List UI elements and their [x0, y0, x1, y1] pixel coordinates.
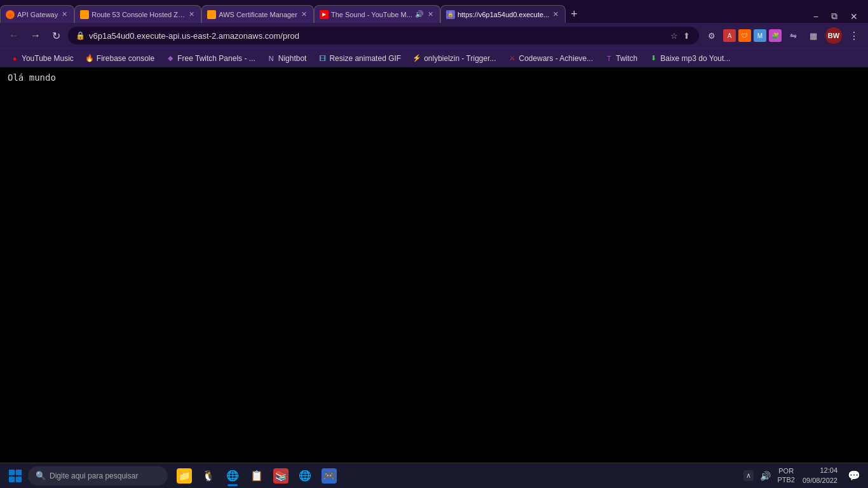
- minimize-button[interactable]: −: [808, 10, 824, 23]
- bookmark-twitch-panels[interactable]: ◆ Free Twitch Panels - ...: [161, 53, 261, 64]
- language-indicator[interactable]: POR PTB2: [777, 467, 795, 484]
- menu-button[interactable]: ⋮: [845, 27, 863, 44]
- profile-avatar: BW: [825, 27, 842, 44]
- search-placeholder: Digite aqui para pesquisar: [50, 471, 138, 480]
- bookmark-label-twitch: Twitch: [616, 54, 637, 63]
- taskbar-app-file-explorer[interactable]: 📁: [173, 464, 196, 487]
- bookmark-baixe-mp3[interactable]: ⬇ Baixe mp3 do Yout...: [644, 53, 735, 64]
- taskbar-apps: 📁 🐧 🌐 📋 📚 🌐 🎮: [173, 464, 341, 487]
- app5-icon: 📚: [273, 468, 288, 484]
- baixe-mp3-favicon: ⬇: [649, 54, 658, 63]
- profile-button[interactable]: BW: [825, 27, 843, 44]
- start-sq2: [16, 470, 22, 475]
- tab-title-youtube-sound: The Sound - YouTube M...: [331, 11, 412, 18]
- taskbar-app-chrome2[interactable]: 🌐: [294, 464, 316, 487]
- tab-favicon-api-gateway: [6, 10, 15, 19]
- url-bar[interactable]: 🔒 v6p1a54ud0.execute-api.us-east-2.amazo…: [68, 27, 699, 44]
- tab-favicon-active: 🔒: [446, 10, 455, 19]
- volume-icon[interactable]: 🔊: [759, 470, 772, 482]
- hidden-icons-button[interactable]: ∧: [743, 470, 754, 481]
- bookmark-label-codewars: Codewars - Achieve...: [519, 54, 593, 63]
- taskbar-app-5[interactable]: 📚: [269, 464, 292, 487]
- bookmark-url-button[interactable]: ☆: [669, 30, 679, 42]
- clock-date: 09/08/2022: [803, 476, 837, 485]
- tab-api-gateway[interactable]: API Gateway ✕: [0, 5, 74, 23]
- close-button[interactable]: ✕: [845, 10, 863, 23]
- main-content: Olá mundo: [0, 67, 868, 463]
- sidebar-button[interactable]: ▦: [804, 27, 822, 44]
- new-tab-button[interactable]: +: [566, 5, 583, 23]
- taskbar-search[interactable]: 🔍 Digite aqui para pesquisar: [28, 466, 168, 485]
- tab-route53[interactable]: Route 53 Console Hosted Zo... ✕: [74, 5, 201, 23]
- tab-bar: API Gateway ✕ Route 53 Console Hosted Zo…: [0, 0, 868, 23]
- codewars-favicon: ⚔: [508, 54, 517, 63]
- ext-icon-2[interactable]: 🛡: [738, 29, 751, 42]
- taskbar-app-4[interactable]: 📋: [245, 464, 268, 487]
- bookmark-label-resize-gif: Resize animated GIF: [329, 54, 401, 63]
- browser-window: API Gateway ✕ Route 53 Console Hosted Zo…: [0, 0, 868, 463]
- page-text: Olá mundo: [8, 72, 56, 83]
- share-button[interactable]: ⬆: [682, 30, 691, 42]
- taskbar-app-7[interactable]: 🎮: [318, 464, 341, 487]
- bookmark-nightbot[interactable]: N Nightbot: [262, 53, 312, 64]
- bookmark-resize-gif[interactable]: 🎞 Resize animated GIF: [313, 53, 406, 64]
- clock[interactable]: 12:04 09/08/2022: [800, 466, 840, 485]
- tab-close-active[interactable]: ✕: [552, 10, 560, 19]
- tab-favicon-route53: [80, 10, 89, 19]
- resize-gif-favicon: 🎞: [318, 54, 327, 63]
- bookmark-youtube-music[interactable]: ● YouTube Music: [5, 53, 79, 64]
- clock-time: 12:04: [803, 466, 837, 475]
- tab-youtube-sound[interactable]: ▶ The Sound - YouTube M... 🔊 ✕: [314, 5, 440, 23]
- extensions-button[interactable]: ⚙: [703, 27, 721, 44]
- bookmarks-bar: ● YouTube Music 🔥 Firebase console ◆ Fre…: [0, 48, 868, 67]
- tab-close-api-gateway[interactable]: ✕: [60, 10, 69, 19]
- reload-button[interactable]: ↻: [48, 27, 64, 44]
- restore-button[interactable]: ⧉: [826, 10, 843, 23]
- tab-title-aws-cert: AWS Certificate Manager: [219, 11, 297, 18]
- onlybielzin-favicon: ⚡: [412, 54, 421, 63]
- bookmark-codewars[interactable]: ⚔ Codewars - Achieve...: [503, 53, 599, 64]
- tab-favicon-youtube-sound: ▶: [320, 10, 329, 19]
- ext-icon-3[interactable]: M: [754, 29, 766, 42]
- tab-title-active: https://v6p1a54ud0.execute...: [458, 11, 549, 18]
- bookmark-firebase[interactable]: 🔥 Firebase console: [80, 53, 159, 64]
- tab-title-route53: Route 53 Console Hosted Zo...: [92, 11, 185, 18]
- tab-close-youtube-sound[interactable]: ✕: [426, 10, 435, 19]
- bookmark-label-nightbot: Nightbot: [278, 54, 307, 63]
- tab-close-route53[interactable]: ✕: [187, 10, 196, 19]
- start-sq1: [9, 470, 15, 475]
- start-button[interactable]: [5, 466, 25, 486]
- firebase-favicon: 🔥: [85, 54, 94, 63]
- app4-icon: 📋: [249, 468, 264, 484]
- sound-icon[interactable]: 🔊: [415, 10, 424, 18]
- app7-icon: 🎮: [322, 468, 337, 484]
- twitch-favicon: T: [604, 54, 613, 63]
- tab-close-aws-cert[interactable]: ✕: [300, 10, 308, 19]
- bookmark-onlybielzin[interactable]: ⚡ onlybielzin - Trigger...: [407, 53, 501, 64]
- chrome-icon: 🌐: [225, 468, 240, 484]
- ext-icon-4[interactable]: 🧩: [769, 29, 782, 42]
- language-variant: PTB2: [777, 476, 795, 484]
- bookmark-label-youtube-music: YouTube Music: [22, 54, 74, 63]
- taskbar-app-penguin[interactable]: 🐧: [197, 464, 220, 487]
- taskbar: 🔍 Digite aqui para pesquisar 📁 🐧 🌐 📋 📚 🌐: [0, 463, 868, 488]
- ext-icon-5[interactable]: ⇋: [784, 27, 802, 44]
- penguin-app-icon: 🐧: [201, 468, 216, 484]
- bookmark-twitch[interactable]: T Twitch: [599, 53, 642, 64]
- forward-button[interactable]: →: [27, 27, 44, 44]
- url-text: v6p1a54ud0.execute-api.us-east-2.amazona…: [89, 31, 665, 41]
- bookmark-label-onlybielzin: onlybielzin - Trigger...: [424, 54, 496, 63]
- taskbar-app-chrome[interactable]: 🌐: [221, 464, 244, 487]
- address-bar: ← → ↻ 🔒 v6p1a54ud0.execute-api.us-east-2…: [0, 23, 868, 48]
- taskbar-right: ∧ 🔊 POR PTB2 12:04 09/08/2022 💬: [743, 466, 863, 485]
- ext-icon-1[interactable]: A: [723, 29, 736, 42]
- tab-active-url[interactable]: 🔒 https://v6p1a54ud0.execute... ✕: [440, 5, 566, 23]
- bookmark-label-firebase: Firebase console: [97, 54, 154, 63]
- notification-button[interactable]: 💬: [845, 467, 863, 485]
- bookmark-label-twitch-panels: Free Twitch Panels - ...: [177, 54, 255, 63]
- start-sq3: [9, 477, 15, 482]
- back-button[interactable]: ←: [5, 27, 23, 44]
- windows-logo: [9, 470, 22, 482]
- tab-aws-cert[interactable]: AWS Certificate Manager ✕: [201, 5, 314, 23]
- url-bar-icons: ☆ ⬆: [669, 30, 691, 42]
